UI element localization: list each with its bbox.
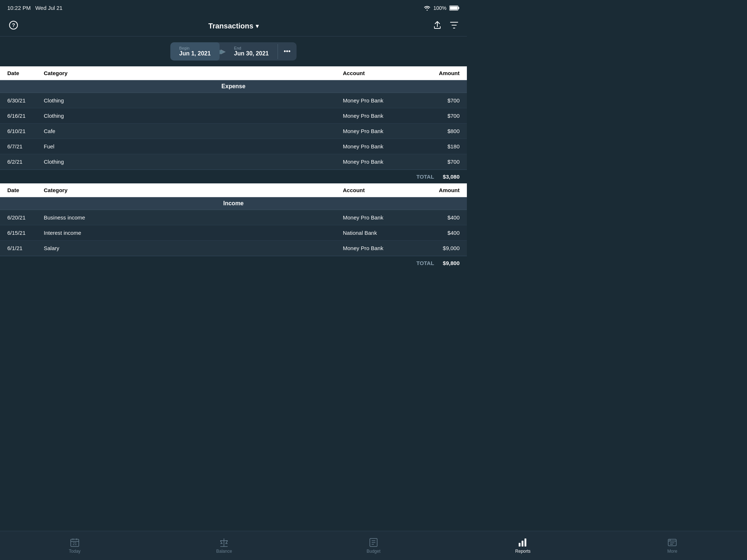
begin-date-selector[interactable]: Begin Jun 1, 2021 [170,42,219,61]
begin-date-value: Jun 1, 2021 [179,50,210,57]
expense-table-header: Date Category Account Amount [0,66,467,80]
row-category: Interest income [44,230,343,236]
status-time-date: 10:22 PM Wed Jul 21 [7,5,62,11]
status-time: 10:22 PM [7,5,31,11]
expense-total: TOTAL $3,080 [0,170,467,183]
status-date: Wed Jul 21 [35,5,63,11]
expense-col-account: Account [343,70,416,76]
svg-rect-2 [450,7,458,10]
status-bar: 10:22 PM Wed Jul 21 100% [0,0,467,16]
row-account: Money Pro Bank [343,214,416,221]
income-col-date: Date [7,187,44,193]
end-label: End [234,46,269,50]
expense-section-header: Expense [0,80,467,93]
row-category: Salary [44,245,343,251]
row-account: Money Pro Bank [343,128,416,134]
end-date-value: Jun 30, 2021 [234,50,269,57]
chevron-down-icon: ▾ [256,23,259,30]
row-date: 6/10/21 [7,128,44,134]
table-row[interactable]: 6/30/21 Clothing Money Pro Bank $700 [0,93,467,108]
row-amount: $400 [416,214,460,221]
content-area: Date Category Account Amount Expense 6/3… [0,66,467,270]
expense-total-amount: $3,080 [443,174,460,180]
row-account: National Bank [343,230,416,236]
income-col-account: Account [343,187,416,193]
income-col-amount: Amount [416,187,460,193]
income-rows: 6/20/21 Business income Money Pro Bank $… [0,210,467,256]
row-account: Money Pro Bank [343,143,416,149]
expense-col-amount: Amount [416,70,460,76]
row-date: 6/7/21 [7,143,44,149]
row-category: Clothing [44,97,343,104]
wifi-icon [424,5,430,11]
row-date: 6/30/21 [7,97,44,104]
table-row[interactable]: 6/7/21 Fuel Money Pro Bank $180 [0,139,467,154]
filter-button[interactable] [449,20,460,32]
row-amount: $180 [416,143,460,149]
expense-col-date: Date [7,70,44,76]
row-account: Money Pro Bank [343,113,416,119]
row-date: 6/2/21 [7,159,44,165]
row-category: Fuel [44,143,343,149]
svg-text:?: ? [12,22,15,28]
battery-icon [449,5,460,11]
expense-table-section: Date Category Account Amount Expense 6/3… [0,66,467,183]
page-title[interactable]: Transactions ▾ [208,22,258,30]
row-amount: $800 [416,128,460,134]
income-total-amount: $9,800 [443,260,460,266]
row-account: Money Pro Bank [343,245,416,251]
date-range-more-button[interactable]: ••• [278,44,297,59]
expense-rows: 6/30/21 Clothing Money Pro Bank $700 6/1… [0,93,467,170]
status-indicators: 100% [424,5,460,11]
row-category: Business income [44,214,343,221]
nav-right [430,19,460,33]
income-section-header: Income [0,197,467,210]
expense-total-label: TOTAL [417,174,434,180]
table-row[interactable]: 6/2/21 Clothing Money Pro Bank $700 [0,154,467,170]
row-amount: $700 [416,159,460,165]
navigation-bar: ? Transactions ▾ [0,16,467,36]
income-table-header: Date Category Account Amount [0,183,467,197]
row-date: 6/20/21 [7,214,44,221]
row-amount: $700 [416,113,460,119]
row-account: Money Pro Bank [343,97,416,104]
end-date-selector[interactable]: End Jun 30, 2021 [227,42,278,61]
table-row[interactable]: 6/10/21 Cafe Money Pro Bank $800 [0,124,467,139]
income-total-label: TOTAL [417,260,434,266]
table-row[interactable]: 6/16/21 Clothing Money Pro Bank $700 [0,108,467,124]
row-date: 6/15/21 [7,230,44,236]
table-row[interactable]: 6/20/21 Business income Money Pro Bank $… [0,210,467,225]
row-category: Clothing [44,159,343,165]
income-total: TOTAL $9,800 [0,256,467,270]
date-range-selector[interactable]: Begin Jun 1, 2021 ▶ End Jun 30, 2021 ••• [170,42,296,61]
svg-rect-1 [458,7,460,9]
table-row[interactable]: 6/15/21 Interest income National Bank $4… [0,225,467,241]
row-amount: $400 [416,230,460,236]
share-button[interactable] [432,19,443,33]
expense-col-category: Category [44,70,343,76]
table-row[interactable]: 6/1/21 Salary Money Pro Bank $9,000 [0,241,467,256]
row-date: 6/16/21 [7,113,44,119]
row-account: Money Pro Bank [343,159,416,165]
battery-percent: 100% [433,5,446,11]
row-category: Cafe [44,128,343,134]
row-date: 6/1/21 [7,245,44,251]
income-table-section: Date Category Account Amount Income 6/20… [0,183,467,270]
date-range-container: Begin Jun 1, 2021 ▶ End Jun 30, 2021 ••• [0,36,467,66]
row-amount: $700 [416,97,460,104]
income-col-category: Category [44,187,343,193]
row-amount: $9,000 [416,245,460,251]
begin-label: Begin [179,46,210,50]
help-button[interactable]: ? [7,19,20,34]
row-category: Clothing [44,113,343,119]
nav-left: ? [7,19,36,34]
